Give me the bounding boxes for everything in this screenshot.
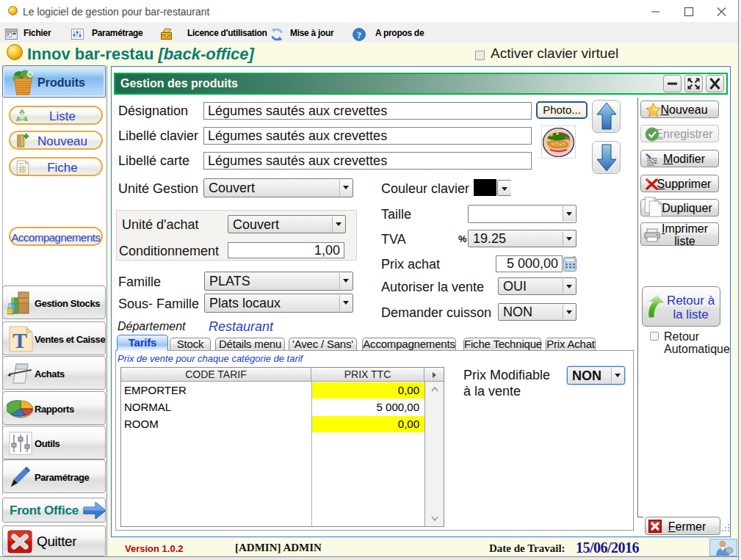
svg-text:?: ? (357, 30, 361, 40)
svg-text:T: T (12, 328, 27, 352)
